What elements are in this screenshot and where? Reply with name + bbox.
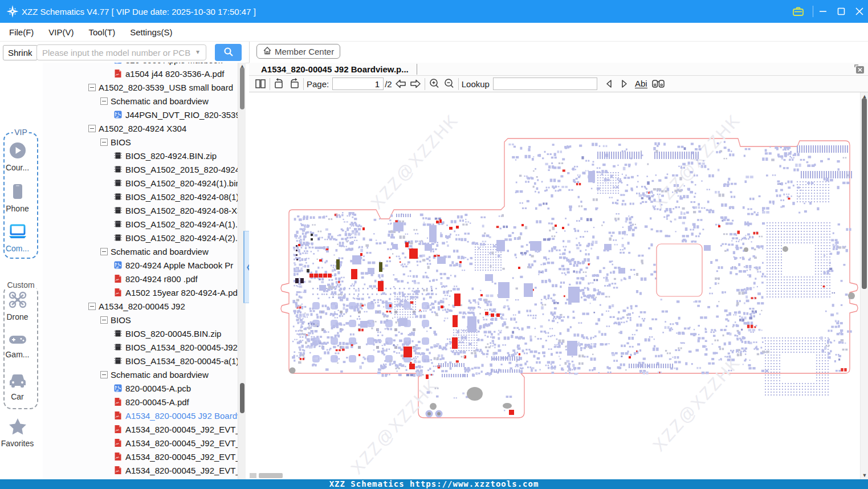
sidebar-item-drone[interactable]: Drone bbox=[0, 291, 35, 321]
highlighted-component[interactable] bbox=[309, 274, 313, 278]
menu-vip[interactable]: VIP(V) bbox=[48, 27, 74, 37]
tree-group[interactable]: A1534_820-00045 J92 bbox=[43, 299, 238, 313]
close-tab-icon[interactable] bbox=[853, 64, 865, 74]
tree-item[interactable]: BIOS_A1534_820-00045-a(1). bbox=[43, 354, 238, 368]
highlighted-component[interactable] bbox=[459, 261, 462, 263]
tree-scrollbar-thumb[interactable] bbox=[240, 67, 244, 109]
highlighted-component[interactable] bbox=[453, 315, 458, 327]
tree-item[interactable]: BIOS_A1502_820-4924-08(1). bbox=[43, 190, 238, 203]
tab-boardview[interactable]: A1534_820-00045 J92 Boardview.p... bbox=[261, 64, 409, 74]
tree-item[interactable]: J44PGN_DVT_RIO_820-3539_ bbox=[43, 108, 238, 121]
tree-item[interactable]: BIOS_A1502_2015_820-4924_ bbox=[43, 162, 238, 176]
zoom-out-icon[interactable] bbox=[442, 77, 457, 91]
tree-item[interactable]: 820-4924 Apple Macbook Pr bbox=[43, 258, 238, 272]
rotate-right-icon[interactable] bbox=[287, 77, 301, 91]
collapse-toggle-icon[interactable] bbox=[88, 303, 96, 310]
highlighted-component[interactable] bbox=[389, 304, 392, 307]
highlighted-component[interactable] bbox=[454, 294, 461, 306]
tree-item[interactable]: A1534_820-00045 J92 Boardv bbox=[43, 409, 238, 422]
highlighted-component[interactable] bbox=[409, 364, 415, 369]
tree-item[interactable]: 820-4924 r800 .pdf bbox=[43, 272, 238, 286]
tree-group[interactable]: A1502_820-4924 X304 bbox=[43, 121, 238, 135]
pcb-boardview[interactable]: XZZ@XZZHKXZZ@XZZHKXZZ@XZZHKXZZ@XZZHK bbox=[249, 92, 860, 479]
highlighted-component[interactable] bbox=[362, 227, 365, 230]
highlighted-component[interactable] bbox=[436, 221, 439, 223]
tree-group[interactable]: BIOS bbox=[43, 135, 238, 149]
tree-item[interactable]: A1534_820-00045_J92_EVT_M bbox=[43, 436, 238, 450]
lookup-input[interactable] bbox=[493, 78, 597, 90]
tree-item[interactable]: BIOS_820-00045.BIN.zip bbox=[43, 327, 238, 340]
menu-settings[interactable]: Settings(S) bbox=[130, 27, 172, 37]
tree-group[interactable]: BIOS bbox=[43, 313, 238, 327]
sidebar-item-computer[interactable]: Com... bbox=[0, 223, 35, 253]
find-next-icon[interactable] bbox=[617, 77, 631, 91]
collapse-toggle-icon[interactable] bbox=[100, 97, 108, 105]
sidebar-item-courses[interactable]: Cour... bbox=[0, 141, 35, 172]
highlighted-component[interactable] bbox=[439, 219, 442, 223]
highlighted-component[interactable] bbox=[360, 253, 362, 256]
highlighted-component[interactable] bbox=[518, 267, 520, 269]
highlighted-component[interactable] bbox=[404, 347, 412, 357]
tree-item[interactable]: BIOS_A1502_820-4924-08-X3 bbox=[43, 203, 238, 217]
tree-group[interactable]: Schematic and boardview bbox=[43, 368, 238, 381]
tree-item[interactable]: BIOS_A1502_820-4924-A(1).b bbox=[43, 217, 238, 231]
close-button[interactable] bbox=[851, 0, 868, 23]
highlighted-component[interactable] bbox=[521, 224, 524, 226]
tree-group[interactable]: Schematic and boardview bbox=[43, 94, 238, 108]
briefcase-icon[interactable] bbox=[789, 0, 806, 23]
previous-page-icon[interactable] bbox=[393, 77, 408, 91]
tree-item[interactable]: A1534_820-00045_J92_EVT_M bbox=[43, 463, 238, 477]
board-canvas[interactable]: XZZ@XZZHKXZZ@XZZHKXZZ@XZZHKXZZ@XZZHK bbox=[249, 92, 860, 479]
rotate-left-icon[interactable] bbox=[272, 77, 287, 91]
viewer-hscrollbar-thumb[interactable] bbox=[259, 473, 283, 478]
tree-scrollbar-thumb2[interactable] bbox=[240, 383, 244, 413]
highlighted-component[interactable] bbox=[452, 337, 458, 349]
sidebar-item-car[interactable]: Car bbox=[0, 373, 35, 401]
match-case-button[interactable]: Abi bbox=[635, 79, 647, 88]
collapse-toggle-icon[interactable] bbox=[100, 248, 108, 255]
find-previous-icon[interactable] bbox=[602, 77, 617, 91]
binoculars-icon[interactable] bbox=[651, 77, 666, 91]
highlighted-component[interactable] bbox=[718, 225, 720, 227]
page-number-input[interactable] bbox=[332, 78, 384, 90]
highlighted-component[interactable] bbox=[496, 313, 500, 317]
highlighted-component[interactable] bbox=[405, 242, 409, 247]
collapse-toggle-icon[interactable] bbox=[100, 316, 108, 324]
collapse-toggle-icon[interactable] bbox=[100, 138, 108, 146]
highlighted-component[interactable] bbox=[562, 227, 564, 229]
highlighted-component[interactable] bbox=[426, 374, 429, 379]
next-page-icon[interactable] bbox=[408, 77, 423, 91]
tree-item[interactable]: BIOS_820-4924.BIN.zip bbox=[43, 149, 238, 162]
highlighted-component[interactable] bbox=[314, 274, 318, 278]
highlighted-component[interactable] bbox=[328, 274, 332, 278]
shrink-button[interactable]: Shrink bbox=[3, 45, 38, 60]
highlighted-component[interactable] bbox=[456, 226, 459, 229]
viewer-scrollbar-thumb[interactable] bbox=[862, 98, 867, 289]
search-button[interactable] bbox=[215, 44, 242, 61]
maximize-button[interactable] bbox=[833, 0, 850, 23]
two-page-view-icon[interactable] bbox=[253, 77, 268, 91]
highlighted-component[interactable] bbox=[509, 410, 514, 415]
viewer-vertical-scrollbar[interactable]: ▲ ▼ bbox=[860, 92, 868, 479]
tree-group[interactable]: A1502_820-3539_USB small board bbox=[43, 80, 238, 94]
highlighted-component[interactable] bbox=[409, 248, 418, 259]
tree-item[interactable]: BIOS_A1534_820-00045-J92( bbox=[43, 340, 238, 354]
highlighted-component[interactable] bbox=[319, 274, 323, 278]
tree-item[interactable]: A1502 15year 820-4924-A.pd bbox=[43, 286, 238, 299]
highlighted-component[interactable] bbox=[480, 294, 483, 296]
sidebar-item-phone[interactable]: Phone bbox=[0, 182, 35, 213]
tree-item[interactable]: a1504 j44 820-3536-A.pdf bbox=[43, 67, 238, 80]
tree-item[interactable]: BIOS_A1502_820-4924-A(2).E bbox=[43, 231, 238, 244]
highlighted-component[interactable] bbox=[629, 356, 631, 358]
collapse-toggle-icon[interactable] bbox=[100, 371, 108, 378]
scroll-down-icon[interactable]: ▼ bbox=[861, 472, 868, 478]
highlighted-component[interactable] bbox=[449, 227, 453, 230]
minimize-button[interactable] bbox=[814, 0, 832, 23]
menu-file[interactable]: File(F) bbox=[9, 27, 34, 37]
chevron-down-icon[interactable]: ▾ bbox=[196, 48, 199, 56]
highlighted-component[interactable] bbox=[351, 269, 357, 279]
highlighted-component[interactable] bbox=[555, 225, 557, 227]
collapse-toggle-icon[interactable] bbox=[88, 84, 96, 91]
tree-item[interactable]: A1534_820-00045_J92_EVT_M bbox=[43, 450, 238, 463]
search-input[interactable] bbox=[36, 44, 206, 60]
